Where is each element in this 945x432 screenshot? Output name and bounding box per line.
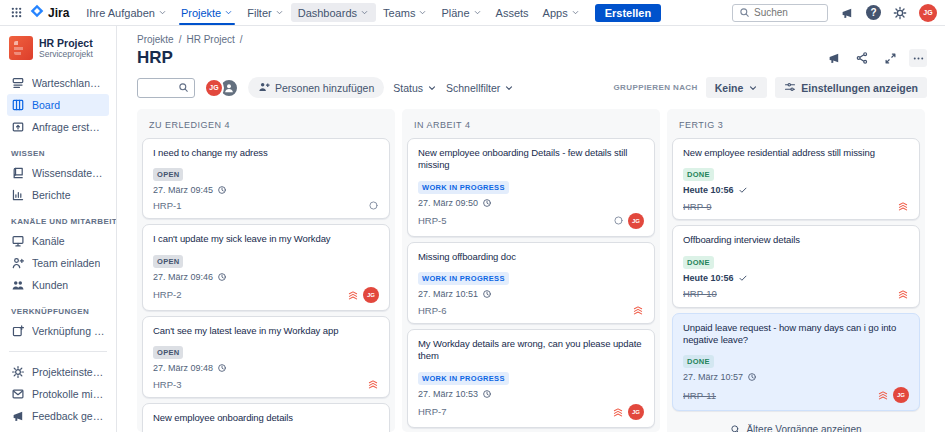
nav-item-projekte[interactable]: Projekte [174,0,240,25]
queues-icon [11,76,25,90]
share-icon[interactable] [853,49,871,67]
issue-title: Missing offboarding doc [418,251,644,263]
chevron-down-icon [748,83,758,93]
feedback-megaphone-icon[interactable] [825,49,843,67]
raise-request-icon [11,120,25,134]
sidebar-item-anfrage-erstellen[interactable]: Anfrage erstellen [7,116,109,138]
global-search[interactable] [732,4,828,22]
chevron-down-icon [224,8,233,17]
issue-card-hrp-1[interactable]: I need to change my adressOPEN27. März 0… [142,138,390,219]
issue-date: 27. März 10:53 [418,389,644,399]
sidebar-item-board[interactable]: Board [7,94,109,116]
app-switcher-icon[interactable] [6,3,26,23]
issue-card-hrp-7[interactable]: My Workday details are wrong, can you pl… [407,329,655,428]
assignee-avatar[interactable]: JG [628,404,644,420]
breadcrumb-project[interactable]: HR Project [186,34,234,45]
project-sidebar: HR Project Serviceprojekt Warteschlangen… [0,26,117,432]
issue-key: HRP-6 [418,305,447,316]
view-settings-button[interactable]: Einstellungen anzeigen [775,77,927,98]
nav-item-dashboards[interactable]: Dashboards [291,3,376,22]
sidebar-item-projekteinstellungen[interactable]: Projekteinstellungen [7,361,109,383]
assignee-avatar[interactable]: JG [893,387,909,403]
help-icon[interactable]: ? [866,5,881,20]
nav-item-ihre-aufgaben[interactable]: Ihre Aufgaben [79,0,174,25]
create-button[interactable]: Erstellen [595,4,661,22]
check-icon [738,273,748,283]
sidebar-item-label: Wissensdatenbank [32,167,105,179]
quickfilter-dropdown[interactable]: Schnellfilter [446,82,514,94]
email-logs-icon [11,387,25,401]
project-header[interactable]: HR Project Serviceprojekt [7,36,109,72]
chevron-down-icon [275,8,284,17]
person-add-icon [258,81,270,95]
board-search-input[interactable] [143,82,178,93]
issue-card-hrp-10[interactable]: Offboarding interview detailsDONEHeute 1… [672,225,920,307]
issue-card-hrp-4[interactable]: New employee onboarding detailsOPEN27. M… [142,403,390,432]
search-icon [739,4,750,22]
clock-icon [482,389,492,399]
user-avatar[interactable]: JG [919,4,937,22]
sidebar-item-protokolle-mit-kundenbe[interactable]: Protokolle mit Kundenbe... [7,383,109,405]
jira-app: Jira Ihre AufgabenProjekteFilterDashboar… [0,0,945,432]
issue-title: New employee residential address still m… [683,147,909,159]
nav-item-label: Teams [383,7,415,19]
assignee-avatar[interactable]: JG [363,287,379,303]
issue-card-hrp-11[interactable]: Unpaid leave request - how many days can… [672,313,920,412]
nav-item-teams[interactable]: Teams [376,0,434,25]
sidebar-item-label: Warteschlangen [32,77,105,89]
column-count: 4 [465,120,471,130]
add-people-button[interactable]: Personen hinzufügen [248,77,384,98]
sidebar-item-warteschlangen[interactable]: Warteschlangen [7,72,109,94]
nav-item-apps[interactable]: Apps [536,0,587,25]
sidebar-item-label: Feedback geben [32,410,105,422]
sidebar-item-wissensdatenbank[interactable]: Wissensdatenbank [7,162,109,184]
nav-item-label: Dashboards [298,7,357,19]
board-search[interactable] [137,78,195,98]
jira-logo[interactable]: Jira [28,4,77,22]
customers-icon [11,278,25,292]
issue-card-hrp-9[interactable]: New employee residential address still m… [672,138,920,220]
issue-card-hrp-2[interactable]: I can't update my sick leave in my Workd… [142,224,390,310]
issue-card-hrp-5[interactable]: New employee onboarding Details - few de… [407,138,655,237]
nav-item-pläne[interactable]: Pläne [434,0,488,25]
sidebar-item-feedback-geben[interactable]: Feedback geben [7,405,109,427]
sidebar-item-berichte[interactable]: Berichte [7,184,109,206]
search-input[interactable] [754,7,821,18]
group-by-dropdown[interactable]: Keine [706,77,768,98]
nav-item-filter[interactable]: Filter [240,0,290,25]
fullscreen-icon[interactable] [881,49,899,67]
show-older-issues-link[interactable]: Ältere Vorgänge anzeigen [672,416,920,432]
sidebar-section-heading: WISSEN [11,149,105,158]
channels-icon [11,234,25,248]
check-icon [738,185,748,195]
column-header: IN ARBEIT 4 [407,113,655,133]
settings-gear-icon[interactable] [890,3,910,23]
sidebar-item-verknüpfung-hinzufügen[interactable]: Verknüpfung hinzufügen [7,320,109,342]
nav-item-assets[interactable]: Assets [489,0,536,25]
sidebar-divider [9,351,107,352]
priority-none-icon [368,200,379,211]
issue-date: 27. März 10:57 [683,372,909,382]
member-avatar[interactable]: JG [204,78,224,98]
board-column-fertig: FERTIG 3New employee residential address… [667,109,925,432]
status-filter-dropdown[interactable]: Status [393,82,437,94]
issue-date: 27. März 10:51 [418,289,644,299]
sidebar-item-kanäle[interactable]: Kanäle [7,230,109,252]
issue-card-hrp-6[interactable]: Missing offboarding docWORK IN PROGRESS2… [407,242,655,324]
topnav-right: ? JG [732,3,937,23]
sidebar-menu: WarteschlangenBoardAnfrage erstellenWISS… [7,72,109,427]
sidebar-item-kunden[interactable]: Kunden [7,274,109,296]
jira-logo-text: Jira [48,6,69,20]
more-actions-icon[interactable] [909,49,927,67]
priority-highest-icon [897,288,909,300]
board-column-in-arbeit: IN ARBEIT 4New employee onboarding Detai… [402,109,660,432]
breadcrumb: Projekte/ HR Project/ [137,34,927,45]
priority-highest-icon [367,378,379,390]
issue-card-hrp-3[interactable]: Can't see my latest leave in my Workday … [142,316,390,398]
assignee-avatar[interactable]: JG [628,213,644,229]
announcement-icon[interactable] [837,3,857,23]
breadcrumb-projects[interactable]: Projekte [137,34,174,45]
project-name: HR Project [39,37,93,50]
clock-icon [217,272,227,282]
sidebar-item-team-einladen[interactable]: Team einladen [7,252,109,274]
